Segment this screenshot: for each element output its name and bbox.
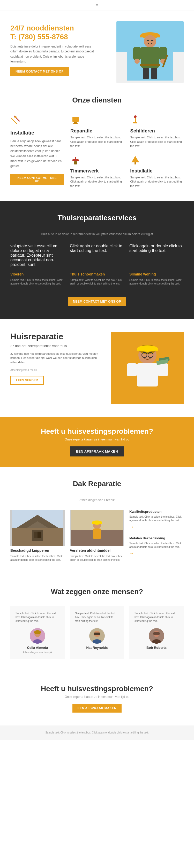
dak-versleten-title: Versleten afdichtmiddel <box>70 548 124 553</box>
svg-rect-18 <box>73 117 79 122</box>
hero-phone: T: (780) 555-8768 <box>10 33 68 41</box>
header: ≡ <box>0 0 194 11</box>
huisrep-description: 27 slimme doe-het-zelfreparatietips die … <box>10 352 104 365</box>
dak-kwaliteit: Kwaliteitsproducten Sample text. Click t… <box>129 509 184 530</box>
huisrep-subtitle: 27 doe-het-zelfreparatietips voor thuis <box>10 343 104 348</box>
svg-rect-33 <box>137 348 158 351</box>
dak-metalen-arrow: → <box>129 551 184 556</box>
dienst-reparatie: Reparatie Sample text. Click to select t… <box>71 115 124 148</box>
svg-marker-27 <box>131 156 139 162</box>
test-item-2: Sample text. Click to select the text bo… <box>70 606 124 659</box>
dienst-timmerwerk: Timmerwerk Sample text. Click to select … <box>71 155 124 188</box>
dienst-installatie-title: Installatie <box>10 130 64 136</box>
test-source-1: Afbeeldingen van Freepik <box>16 651 59 654</box>
thuis-top-text-2: Click again or double click to start edi… <box>70 244 124 267</box>
testimonials-section: Wat zeggen onze mensen? Sample text. Cli… <box>0 575 194 672</box>
huisrep-image <box>111 332 184 404</box>
svg-rect-28 <box>135 162 136 164</box>
thuis-slimme-desc: Sample text. Click to select the text bo… <box>129 278 184 285</box>
svg-point-58 <box>34 630 41 634</box>
cta2-section: Heeft u huisvestingsproblemen? Onze expe… <box>0 672 194 725</box>
test-name-2: Nat Reynolds <box>75 646 119 650</box>
dienst-timmerwerk-title: Timmerwerk <box>71 168 124 174</box>
dak-versleten-desc: Sample text. Click to select the text bo… <box>70 555 124 562</box>
footer-text: Sample text. Click to select the text bo… <box>10 731 184 735</box>
timmerwerk-icon <box>71 155 124 166</box>
svg-rect-20 <box>73 123 78 124</box>
svg-point-23 <box>134 115 137 118</box>
svg-rect-22 <box>133 122 137 123</box>
svg-rect-19 <box>74 122 77 123</box>
hero-title: 24/7 nooddiensten T: (780) 555-8768 <box>10 24 116 41</box>
dak-layout: Beschadigd knipperen Sample text. Click … <box>10 509 184 562</box>
cta-banner-button[interactable]: EEN AFSPRAAK MAKEN <box>70 446 124 457</box>
svg-rect-54 <box>92 523 102 524</box>
dak-kwaliteit-desc: Sample text. Click to select the text bo… <box>129 515 184 522</box>
schilderen-icon <box>130 115 184 126</box>
thuis-section: Thuisreparatieservices Duis aute irure d… <box>0 201 194 319</box>
test-name-1: Celia Almeda <box>16 646 59 650</box>
thuis-item-slimme: Slimme woning Sample text. Click to sele… <box>129 270 184 289</box>
dienst-reparatie-desc: Sample text. Click to select the text bo… <box>71 135 124 148</box>
dienst-installatie-desc: Ben je altijd al op zoek geweest naar he… <box>10 139 64 168</box>
thuis-top-text-3: Click again or double click to start edi… <box>129 244 184 267</box>
dienst-installatie-cta[interactable]: NEEM CONTACT MET ONS OP <box>10 174 64 185</box>
svg-rect-66 <box>153 632 160 635</box>
svg-rect-52 <box>93 528 101 539</box>
svg-rect-25 <box>75 157 76 160</box>
thuis-slimme-title: Slimme woning <box>129 272 184 276</box>
test-avatar-1 <box>30 628 45 644</box>
cta2-button[interactable]: EEN AFSPRAAK MAKEN <box>73 704 122 713</box>
testimonials-title: Wat zeggen onze mensen? <box>10 588 184 596</box>
hamburger-menu-icon[interactable]: ≡ <box>96 3 99 8</box>
svg-rect-37 <box>137 363 158 386</box>
huisrep-cta-button[interactable]: LEES VERDER <box>10 376 44 385</box>
thuis-vloeren-desc: Sample text. Click to select the text bo… <box>10 278 65 285</box>
thuis-schoonmaken-desc: Sample text. Click to select the text bo… <box>70 278 124 285</box>
dienst-timmerwerk-desc: Sample text. Click to select the text bo… <box>71 175 124 188</box>
dak-beschadigd-title: Beschadigd knipperen <box>10 548 65 553</box>
test-grid: Sample text. Click to select the text bo… <box>10 606 184 659</box>
thuis-title: Thuisreparatieservices <box>10 214 184 222</box>
thuis-cta-button[interactable]: NEEM CONTACT MET ONS OP <box>68 297 126 306</box>
huisrep-title: Huisreparatie <box>10 332 104 341</box>
svg-rect-47 <box>34 532 37 538</box>
dienst-installatie2-title: Installatie <box>130 168 184 174</box>
svg-rect-38 <box>127 363 137 376</box>
thuis-cta-container: NEEM CONTACT MET ONS OP <box>10 297 184 306</box>
hero-cta-button[interactable]: NEEM CONTACT MET ONS OP <box>10 67 69 76</box>
svg-rect-26 <box>74 161 77 164</box>
test-text-3: Sample text. Click to select the text bo… <box>135 611 178 623</box>
svg-point-3 <box>144 35 156 48</box>
svg-rect-39 <box>158 363 168 376</box>
test-text-2: Sample text. Click to select the text bo… <box>75 611 119 623</box>
dak-subtitle: Afbeeldingen van Freepik <box>10 498 184 502</box>
dienst-schilderen: Schilderen Sample text. Click to select … <box>130 115 184 148</box>
dak-title: Dak Reparatie <box>10 480 184 488</box>
footer-section: Sample text. Click to select the text bo… <box>0 725 194 740</box>
test-item-3: Sample text. Click to select the text bo… <box>129 606 184 659</box>
hero-section: 24/7 nooddiensten T: (780) 555-8768 Duis… <box>0 11 194 83</box>
thuis-item-vloeren: Vloeren Sample text. Click to select the… <box>10 270 65 289</box>
dak-image-1 <box>10 509 65 546</box>
diensten-title: Onze diensten <box>10 96 184 104</box>
cta2-title: Heeft u huisvestingsproblemen? <box>10 685 184 693</box>
thuis-subtitle: Duis aute irure dolor in reprehenderit i… <box>10 232 184 236</box>
dak-kwaliteit-title: Kwaliteitsproducten <box>129 509 184 514</box>
worker-illustration <box>127 24 173 81</box>
dienst-installatie2-desc: Sample text. Click to select the text bo… <box>130 175 184 188</box>
dienst-schilderen-desc: Sample text. Click to select the text bo… <box>130 135 184 148</box>
dienst-schilderen-title: Schilderen <box>130 128 184 134</box>
svg-line-15 <box>11 119 17 124</box>
dak-metalen-title: Metalen dakbedekking <box>129 536 184 540</box>
thuis-schoonmaken-title: Thuis schoonmaken <box>70 272 124 276</box>
cta-banner-section: Heeft u huisvestingsproblemen? Onze expe… <box>0 417 194 467</box>
thuis-top-text-1: voluptate velit esse cillum dolore eu fu… <box>10 244 65 267</box>
cta-banner-subtitle: Onze experts klaaen ze in een mum van ti… <box>10 438 184 441</box>
svg-point-5 <box>151 40 153 41</box>
svg-point-10 <box>135 59 140 64</box>
dak-item-versleten: Versleten afdichtmiddel Sample text. Cli… <box>70 509 124 562</box>
huisrep-section: Huisreparatie 27 doe-het-zelfreparatieti… <box>0 319 194 417</box>
hero-content: 24/7 nooddiensten T: (780) 555-8768 Duis… <box>10 21 116 76</box>
cta-banner-title: Heeft u huisvestingsproblemen? <box>10 427 184 436</box>
